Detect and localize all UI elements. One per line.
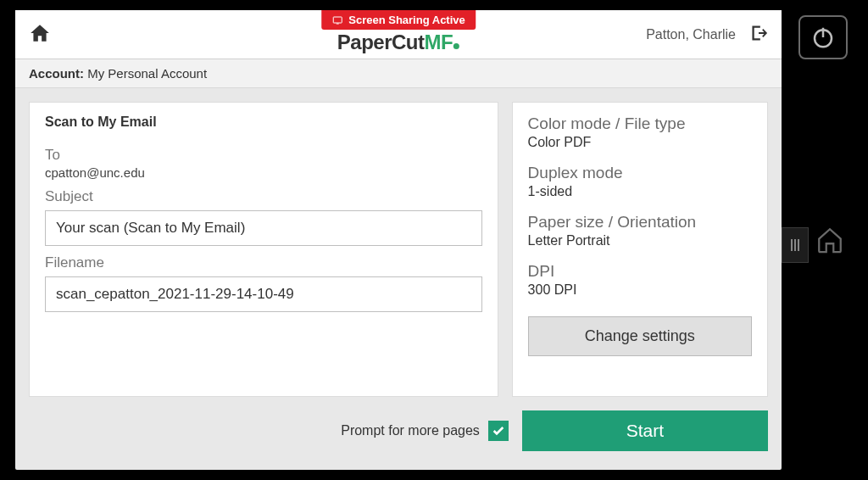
home-button[interactable] [27, 22, 53, 47]
home-outline-icon [815, 226, 844, 254]
change-settings-button[interactable]: Change settings [528, 316, 752, 356]
logout-icon [748, 24, 770, 42]
account-value: My Personal Account [87, 66, 207, 81]
handle-icon [788, 237, 802, 254]
subject-input[interactable] [45, 210, 482, 246]
dpi-value: 300 DPI [528, 282, 752, 298]
color-mode-label: Color mode / File type [528, 114, 752, 133]
subject-label: Subject [45, 188, 482, 205]
filename-input[interactable] [45, 276, 482, 312]
top-bar: Screen Sharing Active PaperCutMF Patton,… [15, 10, 782, 59]
paper-size-label: Paper size / Orientation [528, 213, 752, 232]
color-mode-value: Color PDF [528, 135, 752, 150]
duplex-label: Duplex mode [528, 164, 752, 182]
prompt-label: Prompt for more pages [341, 423, 480, 438]
device-home-button[interactable] [812, 222, 848, 258]
check-icon [492, 424, 505, 438]
logout-button[interactable] [748, 24, 770, 46]
duplex-value: 1-sided [528, 184, 752, 199]
filename-label: Filename [45, 254, 482, 271]
prompt-more-pages: Prompt for more pages [29, 421, 509, 441]
home-icon [27, 22, 53, 44]
power-icon [810, 25, 836, 50]
screen-icon [331, 15, 343, 25]
content-area: Scan to My Email To cpatton@unc.edu Subj… [15, 88, 782, 410]
to-value: cpatton@unc.edu [45, 165, 482, 180]
account-bar: Account: My Personal Account [15, 59, 782, 88]
power-button[interactable] [798, 15, 848, 59]
svg-rect-0 [333, 17, 342, 23]
scan-form-panel: Scan to My Email To cpatton@unc.edu Subj… [29, 102, 498, 397]
svg-rect-1 [337, 23, 339, 24]
start-button[interactable]: Start [522, 410, 768, 451]
user-name: Patton, Charlie [646, 27, 736, 42]
prompt-checkbox[interactable] [488, 421, 509, 441]
to-label: To [45, 147, 482, 164]
screen-share-banner: Screen Sharing Active [321, 10, 476, 30]
app-window: Screen Sharing Active PaperCutMF Patton,… [15, 10, 782, 470]
user-area: Patton, Charlie [646, 24, 770, 46]
banner-text: Screen Sharing Active [348, 14, 465, 26]
brand-logo: PaperCutMF [337, 31, 459, 58]
dpi-label: DPI [528, 262, 752, 281]
account-label: Account: [29, 66, 84, 81]
settings-panel: Color mode / File type Color PDF Duplex … [512, 102, 768, 397]
panel-title: Scan to My Email [45, 114, 482, 130]
side-handle[interactable] [782, 227, 809, 263]
paper-size-value: Letter Portrait [528, 233, 752, 248]
footer-row: Prompt for more pages Start [15, 410, 782, 470]
